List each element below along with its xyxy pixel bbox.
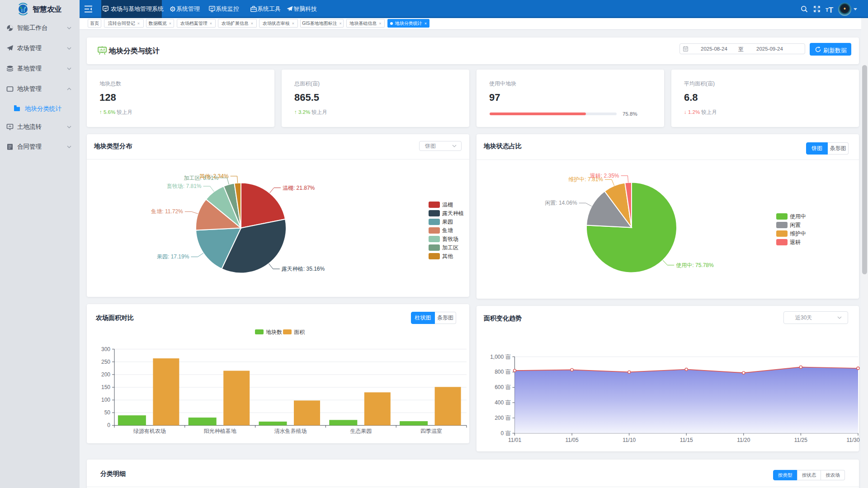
- svg-text:退耕: 2.35%: 退耕: 2.35%: [590, 173, 619, 179]
- svg-text:面积: 面积: [294, 329, 305, 335]
- svg-text:畜牧场: 7.81%: 畜牧场: 7.81%: [167, 183, 202, 189]
- svg-text:露天种植: 35.16%: 露天种植: 35.16%: [282, 266, 325, 272]
- svg-text:11/05: 11/05: [566, 437, 579, 443]
- svg-text:1,000 亩: 1,000 亩: [490, 354, 511, 360]
- svg-text:果园: 果园: [442, 219, 453, 225]
- svg-text:四季温室: 四季温室: [420, 428, 442, 434]
- svg-text:温棚: 温棚: [442, 202, 453, 208]
- svg-text:200 亩: 200 亩: [495, 415, 511, 421]
- svg-text:退耕: 退耕: [790, 239, 801, 245]
- svg-text:畜牧场: 畜牧场: [442, 236, 458, 242]
- svg-text:使用中: 75.78%: 使用中: 75.78%: [676, 262, 714, 268]
- svg-text:鱼塘: 鱼塘: [442, 227, 453, 234]
- svg-text:果园: 17.19%: 果园: 17.19%: [157, 253, 189, 260]
- svg-text:11/10: 11/10: [623, 437, 636, 443]
- svg-text:鱼塘: 11.72%: 鱼塘: 11.72%: [151, 208, 183, 215]
- svg-text:11/30: 11/30: [846, 437, 859, 443]
- svg-text:11/15: 11/15: [680, 437, 693, 443]
- svg-text:11/25: 11/25: [794, 437, 807, 443]
- svg-text:250: 250: [101, 359, 110, 365]
- svg-text:11/01: 11/01: [508, 437, 521, 443]
- svg-text:150: 150: [101, 384, 110, 390]
- svg-text:闲置: 14.06%: 闲置: 14.06%: [545, 200, 577, 206]
- svg-text:100: 100: [101, 397, 110, 403]
- svg-text:使用中: 使用中: [790, 213, 806, 220]
- svg-text:露天种植: 露天种植: [442, 210, 464, 216]
- svg-text:生态果园: 生态果园: [350, 428, 372, 434]
- svg-text:800 亩: 800 亩: [495, 369, 511, 375]
- svg-text:绿源有机农场: 绿源有机农场: [133, 428, 166, 434]
- svg-text:200: 200: [101, 371, 110, 378]
- svg-text:其他: 2.34%: 其他: 2.34%: [199, 173, 229, 179]
- svg-text:加工区: 加工区: [442, 244, 458, 251]
- svg-text:地块数: 地块数: [266, 329, 282, 335]
- svg-text:温棚: 21.87%: 温棚: 21.87%: [283, 185, 315, 191]
- svg-text:0 亩: 0 亩: [500, 430, 511, 436]
- svg-text:0: 0: [107, 422, 110, 428]
- svg-text:400 亩: 400 亩: [495, 399, 511, 406]
- svg-text:阳光种植基地: 阳光种植基地: [204, 428, 237, 434]
- svg-text:300: 300: [101, 346, 110, 352]
- svg-text:清水鱼养殖场: 清水鱼养殖场: [274, 428, 307, 434]
- svg-text:600 亩: 600 亩: [495, 384, 511, 390]
- svg-text:维护中: 维护中: [790, 230, 806, 237]
- svg-text:11/20: 11/20: [737, 437, 750, 443]
- svg-text:50: 50: [104, 409, 111, 416]
- svg-text:闲置: 闲置: [790, 222, 801, 228]
- svg-text:其他: 其他: [442, 253, 453, 259]
